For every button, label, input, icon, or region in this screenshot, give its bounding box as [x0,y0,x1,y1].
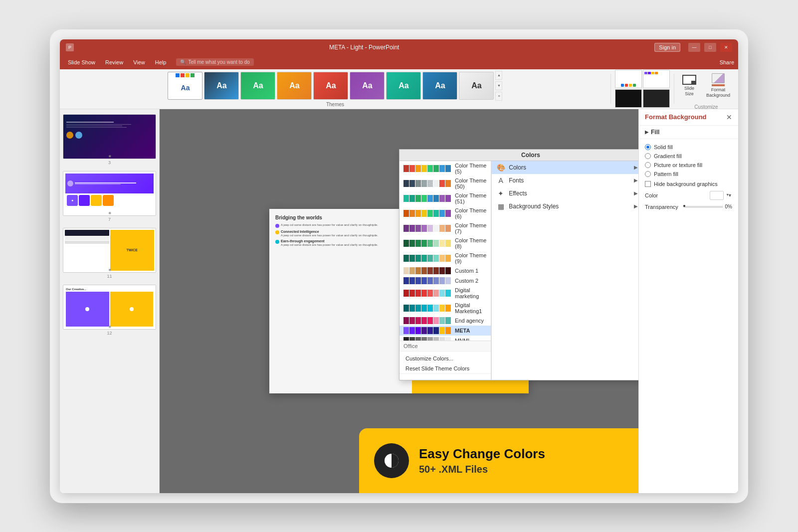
menu-view[interactable]: View [129,58,149,67]
colors-submenu: 🎨 Colors ▶ A Fonts ▶ ✦ Effe [491,161,638,380]
theme-thumb-8[interactable]: Aa [422,72,457,100]
slide-thumb-3[interactable]: 3 ✶ [62,113,157,166]
color-theme-meta[interactable]: META [399,326,491,336]
slide-thumb-11[interactable]: TWICE 11 ✶ [62,227,157,280]
submenu-colors[interactable]: 🎨 Colors ▶ [492,161,638,174]
gradient-fill-label: Gradient fill [654,153,682,159]
powerpoint-window: P META - Light - PowerPoint Sign in — □ … [60,39,738,493]
theme-thumb-2[interactable]: Aa [204,72,239,100]
solid-fill-option[interactable]: Solid fill [645,144,732,150]
slide-star-3: ✶ [108,154,112,159]
share-button[interactable]: Share [720,59,734,65]
color-theme-end-agency[interactable]: End agency [399,316,491,326]
menu-help[interactable]: Help [151,58,171,67]
pattern-fill-label: Pattern fill [654,171,678,177]
slide-star-11: ✶ [108,267,112,273]
gradient-fill-radio [645,153,651,159]
office-section: Office [399,341,491,351]
ribbon-scroll-up[interactable]: ▲ [495,71,502,80]
transparency-slider[interactable] [683,206,723,208]
picture-texture-fill-option[interactable]: Picture or texture fill [645,162,732,168]
theme-thumb-6[interactable]: Aa [350,72,385,100]
hide-bg-graphics-row: Hide background graphics [645,181,732,187]
color-theme-custom1[interactable]: Custom 1 [399,266,491,276]
color-theme-51[interactable]: Color Theme (51) [399,191,491,206]
reset-colors-action[interactable]: Reset Slide Theme Colors [399,363,491,373]
slide-size-button[interactable]: SlideSize [678,69,700,103]
slide-content-area: Bridging the worlds A jeep od some dista… [160,109,638,493]
panel-title: Format Background [645,113,707,121]
menu-slideshow[interactable]: Slide Show [64,58,99,67]
colors-separator [399,373,491,378]
color-theme-50[interactable]: Color Theme (50) [399,176,491,191]
slide-thumbnail-12: Our Creative... [63,285,156,330]
fill-section-toggle[interactable]: ▶ Fill [639,126,738,139]
slide-thumb-7[interactable]: ● 7 ✶ [62,170,157,223]
hide-bg-checkbox[interactable] [645,181,651,187]
pattern-fill-radio [645,171,651,177]
theme-thumb-1[interactable]: Aa [168,72,202,100]
transparency-value: 0% [725,204,732,209]
color-theme-digital-marketing[interactable]: Digital marketing [399,286,491,301]
menu-review[interactable]: Review [101,58,127,67]
minimize-button[interactable]: — [688,43,700,52]
color-selector-row: Color ▼ [645,191,732,200]
picture-fill-radio [645,162,651,168]
radio-dot [646,146,649,149]
pattern-fill-option[interactable]: Pattern fill [645,171,732,177]
color-theme-6[interactable]: Color Theme (6) [399,206,491,221]
selected-theme-1[interactable] [615,70,642,88]
bg-styles-icon: ▦ [497,202,505,210]
format-background-label: FormatBackground [706,87,730,98]
slide-thumb-12[interactable]: Our Creative... [62,284,157,337]
close-button[interactable]: ✕ [720,43,732,52]
selected-theme-3[interactable] [615,89,642,108]
selected-themes-panel [615,70,670,108]
color-theme-mnml[interactable]: MNML [399,336,491,341]
selected-theme-4[interactable] [643,89,670,108]
customize-colors-action[interactable]: Customize Colors... [399,354,491,363]
ribbon-divider-2 [674,74,674,104]
ribbon-divider-1 [610,74,611,104]
solid-fill-label: Solid fill [654,144,673,150]
slide-number-11: 11 [63,274,156,279]
panel-close-button[interactable]: ✕ [726,113,732,121]
color-theme-custom2[interactable]: Custom 2 [399,276,491,286]
color-theme-list: Color Theme (5) Color Theme (50) [399,161,491,380]
color-theme-5[interactable]: Color Theme (5) [399,161,491,176]
theme-thumb-9[interactable]: Aa [459,72,494,100]
selected-theme-2[interactable] [643,70,670,88]
color-theme-digital-marketing1[interactable]: Digital Marketing1 [399,301,491,316]
transparency-label: Transparency [645,204,678,210]
effects-icon: ✦ [497,189,505,197]
sign-in-button[interactable]: Sign in [654,43,680,52]
customize-group: SlideSize FormatBackground Customize [678,69,734,109]
slide-number-7: 7 [63,217,156,222]
ribbon-scroll-more[interactable]: ≡ [495,92,502,101]
search-bar[interactable]: 🔍 Tell me what you want to do [176,58,253,66]
colors-submenu-header: Colors [517,150,638,161]
theme-thumb-4[interactable]: Aa [277,72,312,100]
submenu-effects[interactable]: ✦ Effects ▶ [492,187,638,200]
slides-panel: 3 ✶ [60,109,160,493]
color-theme-9[interactable]: Color Theme (9) [399,251,491,266]
main-content: 3 ✶ [60,109,738,493]
maximize-button[interactable]: □ [704,43,716,52]
solid-fill-radio [645,144,651,150]
banner-icon [374,443,409,478]
gradient-fill-option[interactable]: Gradient fill [645,153,732,159]
submenu-background-styles[interactable]: ▦ Background Styles ▶ [492,200,638,213]
theme-thumb-3[interactable]: Aa [240,72,275,100]
submenu-fonts[interactable]: A Fonts ▶ [492,174,638,187]
theme-thumb-7[interactable]: Aa [386,72,421,100]
color-swatch[interactable] [710,191,724,200]
format-background-button[interactable]: FormatBackground [702,69,734,103]
menu-bar: Slide Show Review View Help 🔍 Tell me wh… [60,55,738,69]
slide-star-7: ✶ [108,210,112,216]
color-theme-8[interactable]: Color Theme (8) [399,236,491,251]
ribbon-scroll-down[interactable]: ▼ [495,81,502,90]
theme-thumb-5[interactable]: Aa [313,72,348,100]
format-background-panel: Format Background ✕ ▶ Fill Solid fill [638,109,738,493]
color-theme-7[interactable]: Color Theme (7) [399,221,491,236]
promotional-banner: Easy Change Colors 50+ .XML Files [359,428,638,493]
